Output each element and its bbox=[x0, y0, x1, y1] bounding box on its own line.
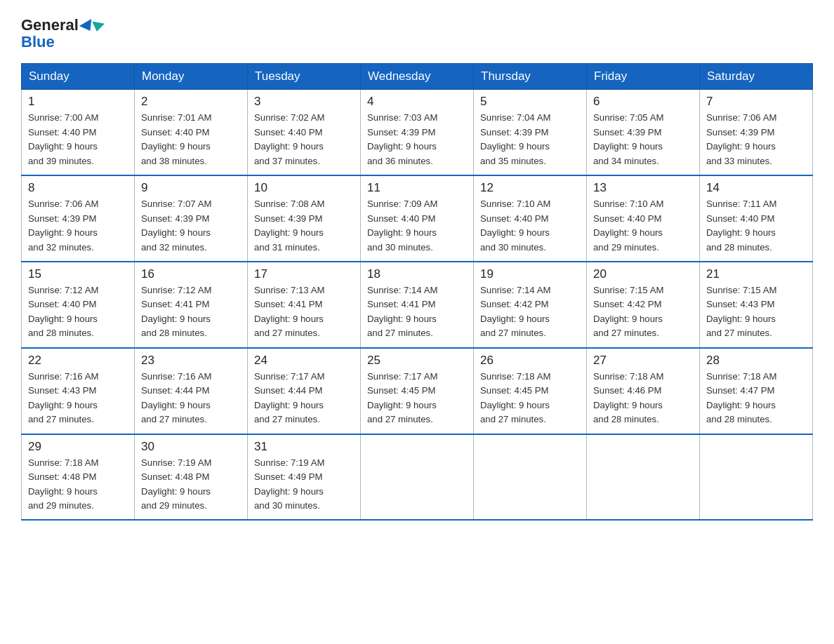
calendar-cell: 13 Sunrise: 7:10 AM Sunset: 4:40 PM Dayl… bbox=[587, 175, 700, 262]
day-info: Sunrise: 7:18 AM Sunset: 4:45 PM Dayligh… bbox=[480, 370, 580, 427]
day-info: Sunrise: 7:02 AM Sunset: 4:40 PM Dayligh… bbox=[254, 111, 354, 168]
calendar-cell bbox=[700, 434, 813, 521]
day-number: 22 bbox=[28, 354, 128, 368]
day-info: Sunrise: 7:13 AM Sunset: 4:41 PM Dayligh… bbox=[254, 283, 354, 341]
day-number: 8 bbox=[28, 181, 128, 195]
day-number: 2 bbox=[141, 95, 241, 109]
day-number: 13 bbox=[593, 181, 693, 195]
day-number: 23 bbox=[141, 354, 241, 368]
calendar-cell: 14 Sunrise: 7:11 AM Sunset: 4:40 PM Dayl… bbox=[700, 175, 813, 262]
day-number: 12 bbox=[480, 181, 580, 195]
day-number: 11 bbox=[367, 181, 467, 195]
day-info: Sunrise: 7:15 AM Sunset: 4:42 PM Dayligh… bbox=[593, 283, 693, 341]
day-info: Sunrise: 7:05 AM Sunset: 4:39 PM Dayligh… bbox=[593, 111, 693, 168]
day-info: Sunrise: 7:16 AM Sunset: 4:44 PM Dayligh… bbox=[141, 370, 241, 427]
calendar-cell: 21 Sunrise: 7:15 AM Sunset: 4:43 PM Dayl… bbox=[700, 262, 813, 348]
calendar-cell: 22 Sunrise: 7:16 AM Sunset: 4:43 PM Dayl… bbox=[22, 348, 135, 434]
day-number: 16 bbox=[141, 267, 241, 281]
day-number: 28 bbox=[706, 354, 806, 368]
day-info: Sunrise: 7:17 AM Sunset: 4:45 PM Dayligh… bbox=[367, 370, 467, 427]
calendar-cell: 5 Sunrise: 7:04 AM Sunset: 4:39 PM Dayli… bbox=[474, 90, 587, 175]
calendar-week-row: 15 Sunrise: 7:12 AM Sunset: 4:40 PM Dayl… bbox=[22, 262, 813, 348]
day-info: Sunrise: 7:08 AM Sunset: 4:39 PM Dayligh… bbox=[254, 197, 354, 255]
day-number: 27 bbox=[593, 354, 693, 368]
calendar-cell bbox=[361, 434, 474, 521]
calendar-cell: 18 Sunrise: 7:14 AM Sunset: 4:41 PM Dayl… bbox=[361, 262, 474, 348]
col-saturday: Saturday bbox=[700, 64, 813, 90]
calendar-cell: 16 Sunrise: 7:12 AM Sunset: 4:41 PM Dayl… bbox=[135, 262, 248, 348]
day-info: Sunrise: 7:10 AM Sunset: 4:40 PM Dayligh… bbox=[593, 197, 693, 255]
day-number: 15 bbox=[28, 267, 128, 281]
day-info: Sunrise: 7:18 AM Sunset: 4:46 PM Dayligh… bbox=[593, 370, 693, 427]
calendar-cell bbox=[587, 434, 700, 521]
calendar-cell: 11 Sunrise: 7:09 AM Sunset: 4:40 PM Dayl… bbox=[361, 175, 474, 262]
calendar-cell: 3 Sunrise: 7:02 AM Sunset: 4:40 PM Dayli… bbox=[248, 90, 361, 175]
calendar-cell: 29 Sunrise: 7:18 AM Sunset: 4:48 PM Dayl… bbox=[22, 434, 135, 521]
calendar-cell: 7 Sunrise: 7:06 AM Sunset: 4:39 PM Dayli… bbox=[700, 90, 813, 175]
calendar-cell: 30 Sunrise: 7:19 AM Sunset: 4:48 PM Dayl… bbox=[135, 434, 248, 521]
col-tuesday: Tuesday bbox=[248, 64, 361, 90]
day-number: 9 bbox=[141, 181, 241, 195]
header-row: Sunday Monday Tuesday Wednesday Thursday… bbox=[22, 64, 813, 90]
day-info: Sunrise: 7:19 AM Sunset: 4:48 PM Dayligh… bbox=[141, 456, 241, 514]
calendar-cell: 9 Sunrise: 7:07 AM Sunset: 4:39 PM Dayli… bbox=[135, 175, 248, 262]
calendar-cell: 31 Sunrise: 7:19 AM Sunset: 4:49 PM Dayl… bbox=[248, 434, 361, 521]
calendar-cell: 8 Sunrise: 7:06 AM Sunset: 4:39 PM Dayli… bbox=[22, 175, 135, 262]
day-number: 21 bbox=[706, 267, 806, 281]
calendar-cell: 2 Sunrise: 7:01 AM Sunset: 4:40 PM Dayli… bbox=[135, 90, 248, 175]
calendar-cell: 17 Sunrise: 7:13 AM Sunset: 4:41 PM Dayl… bbox=[248, 262, 361, 348]
day-info: Sunrise: 7:14 AM Sunset: 4:42 PM Dayligh… bbox=[480, 283, 580, 341]
day-info: Sunrise: 7:18 AM Sunset: 4:47 PM Dayligh… bbox=[706, 370, 806, 427]
col-sunday: Sunday bbox=[22, 64, 135, 90]
day-number: 30 bbox=[141, 440, 241, 454]
page-header: General Blue bbox=[21, 17, 813, 51]
calendar-cell: 27 Sunrise: 7:18 AM Sunset: 4:46 PM Dayl… bbox=[587, 348, 700, 434]
calendar-cell: 23 Sunrise: 7:16 AM Sunset: 4:44 PM Dayl… bbox=[135, 348, 248, 434]
calendar-cell: 12 Sunrise: 7:10 AM Sunset: 4:40 PM Dayl… bbox=[474, 175, 587, 262]
day-number: 20 bbox=[593, 267, 693, 281]
day-number: 19 bbox=[480, 267, 580, 281]
day-info: Sunrise: 7:11 AM Sunset: 4:40 PM Dayligh… bbox=[706, 197, 806, 255]
calendar-week-row: 29 Sunrise: 7:18 AM Sunset: 4:48 PM Dayl… bbox=[22, 434, 813, 521]
calendar-cell: 4 Sunrise: 7:03 AM Sunset: 4:39 PM Dayli… bbox=[361, 90, 474, 175]
day-number: 10 bbox=[254, 181, 354, 195]
logo: General Blue bbox=[21, 17, 104, 51]
calendar-cell: 1 Sunrise: 7:00 AM Sunset: 4:40 PM Dayli… bbox=[22, 90, 135, 175]
calendar-cell: 24 Sunrise: 7:17 AM Sunset: 4:44 PM Dayl… bbox=[248, 348, 361, 434]
logo-general-text: General bbox=[21, 17, 104, 34]
day-number: 3 bbox=[254, 95, 354, 109]
day-number: 24 bbox=[254, 354, 354, 368]
col-thursday: Thursday bbox=[474, 64, 587, 90]
day-info: Sunrise: 7:09 AM Sunset: 4:40 PM Dayligh… bbox=[367, 197, 467, 255]
calendar-week-row: 22 Sunrise: 7:16 AM Sunset: 4:43 PM Dayl… bbox=[22, 348, 813, 434]
day-info: Sunrise: 7:17 AM Sunset: 4:44 PM Dayligh… bbox=[254, 370, 354, 427]
calendar-header: Sunday Monday Tuesday Wednesday Thursday… bbox=[22, 64, 813, 90]
calendar-cell: 15 Sunrise: 7:12 AM Sunset: 4:40 PM Dayl… bbox=[22, 262, 135, 348]
col-wednesday: Wednesday bbox=[361, 64, 474, 90]
day-number: 6 bbox=[593, 95, 693, 109]
day-info: Sunrise: 7:03 AM Sunset: 4:39 PM Dayligh… bbox=[367, 111, 467, 168]
day-info: Sunrise: 7:14 AM Sunset: 4:41 PM Dayligh… bbox=[367, 283, 467, 341]
col-monday: Monday bbox=[135, 64, 248, 90]
day-info: Sunrise: 7:15 AM Sunset: 4:43 PM Dayligh… bbox=[706, 283, 806, 341]
calendar-body: 1 Sunrise: 7:00 AM Sunset: 4:40 PM Dayli… bbox=[22, 90, 813, 521]
day-number: 14 bbox=[706, 181, 806, 195]
calendar-cell: 19 Sunrise: 7:14 AM Sunset: 4:42 PM Dayl… bbox=[474, 262, 587, 348]
calendar-cell: 6 Sunrise: 7:05 AM Sunset: 4:39 PM Dayli… bbox=[587, 90, 700, 175]
day-info: Sunrise: 7:06 AM Sunset: 4:39 PM Dayligh… bbox=[706, 111, 806, 168]
day-info: Sunrise: 7:12 AM Sunset: 4:41 PM Dayligh… bbox=[141, 283, 241, 341]
calendar-cell: 28 Sunrise: 7:18 AM Sunset: 4:47 PM Dayl… bbox=[700, 348, 813, 434]
day-number: 31 bbox=[254, 440, 354, 454]
day-number: 26 bbox=[480, 354, 580, 368]
day-info: Sunrise: 7:18 AM Sunset: 4:48 PM Dayligh… bbox=[28, 456, 128, 514]
day-info: Sunrise: 7:06 AM Sunset: 4:39 PM Dayligh… bbox=[28, 197, 128, 255]
calendar-week-row: 1 Sunrise: 7:00 AM Sunset: 4:40 PM Dayli… bbox=[22, 90, 813, 175]
day-info: Sunrise: 7:16 AM Sunset: 4:43 PM Dayligh… bbox=[28, 370, 128, 427]
calendar-cell: 26 Sunrise: 7:18 AM Sunset: 4:45 PM Dayl… bbox=[474, 348, 587, 434]
day-info: Sunrise: 7:19 AM Sunset: 4:49 PM Dayligh… bbox=[254, 456, 354, 514]
calendar-table: Sunday Monday Tuesday Wednesday Thursday… bbox=[21, 63, 813, 521]
calendar-cell: 25 Sunrise: 7:17 AM Sunset: 4:45 PM Dayl… bbox=[361, 348, 474, 434]
day-number: 1 bbox=[28, 95, 128, 109]
calendar-cell: 20 Sunrise: 7:15 AM Sunset: 4:42 PM Dayl… bbox=[587, 262, 700, 348]
day-number: 17 bbox=[254, 267, 354, 281]
